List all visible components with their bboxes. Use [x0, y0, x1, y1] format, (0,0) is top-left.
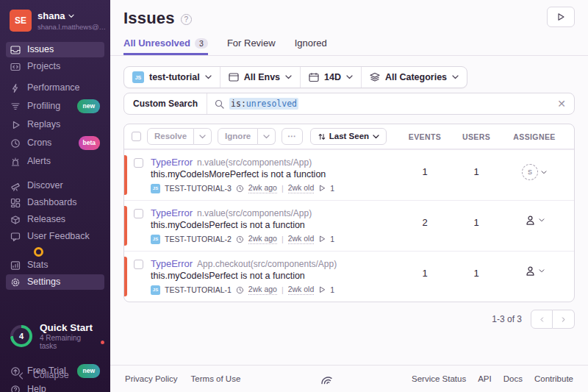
issue-short-id: TEST-TUTORIAL-1 — [165, 285, 232, 294]
sidebar-item-projects[interactable]: Projects — [6, 59, 104, 74]
replay-count: 1 — [330, 184, 334, 193]
projects-icon — [10, 62, 21, 72]
sidebar-item-dashboards[interactable]: Dashboards — [6, 195, 104, 210]
sidebar-item-stats[interactable]: Stats — [6, 257, 104, 273]
first-seen-age[interactable]: 2wk old — [288, 234, 315, 244]
javascript-platform-icon: JS — [151, 235, 160, 244]
sidebar-item-issues[interactable]: Issues — [6, 42, 104, 57]
last-seen-age[interactable]: 2wk ago — [248, 234, 277, 244]
page-title: Issues — [123, 9, 175, 28]
footer-link-contribute[interactable]: Contribute — [534, 374, 573, 383]
issue-row[interactable]: TypeErrorApp.checkout(src/components/App… — [124, 251, 574, 302]
pagination-prev-button[interactable] — [531, 310, 553, 329]
tab-for-review[interactable]: For Review — [227, 38, 276, 55]
footer-link-service-status[interactable]: Service Status — [412, 374, 466, 383]
search-icon — [215, 99, 224, 109]
more-actions-button[interactable]: ⋯ — [282, 128, 303, 145]
sidebar-item-profiling[interactable]: Profiling new — [6, 97, 104, 115]
chevron-down-icon — [539, 269, 545, 273]
chevron-down-icon — [68, 14, 74, 18]
sidebar-item-label: Issues — [27, 44, 54, 55]
issue-title-link[interactable]: TypeError — [151, 157, 193, 168]
issue-title-link[interactable]: TypeError — [151, 207, 193, 218]
ignore-button[interactable]: Ignore — [218, 128, 258, 145]
gear-icon — [10, 277, 21, 288]
telescope-icon — [10, 181, 21, 191]
last-seen-age[interactable]: 2wk ago — [248, 183, 277, 193]
person-icon — [525, 215, 536, 226]
sidebar-item-releases[interactable]: Releases — [6, 212, 104, 227]
replay-play-icon — [318, 235, 326, 243]
assignee-dropdown[interactable] — [502, 258, 567, 277]
sidebar-collapse-button[interactable]: Collapse — [12, 368, 98, 383]
person-icon — [525, 266, 536, 277]
last-seen-age[interactable]: 2wk ago — [248, 285, 277, 295]
sidebar-item-performance[interactable]: Performance — [6, 80, 104, 96]
assignee-dropdown[interactable] — [502, 207, 567, 226]
sidebar-item-label: Replays — [27, 119, 60, 130]
issue-row[interactable]: TypeErrorn.value(src/components/App) thi… — [124, 149, 574, 200]
search-query-token[interactable]: is:unresolved — [229, 98, 298, 110]
quick-start-label: Quick Start — [40, 322, 104, 333]
sidebar-item-alerts[interactable]: Alerts — [6, 154, 104, 169]
meta-divider: | — [282, 184, 284, 193]
org-switcher[interactable]: SE shana shana.l.matthews@… — [0, 0, 110, 32]
error-level-bar — [124, 257, 127, 296]
user-email: shana.l.matthews@… — [37, 23, 106, 31]
pagination-next-button[interactable] — [553, 310, 575, 329]
clear-search-icon[interactable]: ✕ — [557, 99, 566, 109]
tab-all-unresolved[interactable]: All Unresolved 3 — [123, 38, 208, 55]
issue-short-id: TEST-TUTORIAL-2 — [165, 235, 232, 243]
footer-link-api[interactable]: API — [478, 374, 492, 383]
issue-title-link[interactable]: TypeError — [151, 258, 193, 269]
search-token-value: unresolved — [246, 99, 297, 109]
sidebar-item-user-feedback[interactable]: User Feedback — [6, 229, 104, 244]
tab-count-badge: 3 — [195, 38, 208, 49]
issue-tabs: All Unresolved 3 For Review Ignored — [123, 38, 575, 55]
sidebar-item-crons[interactable]: Crons beta — [6, 134, 104, 152]
sidebar-item-label: Alerts — [27, 156, 51, 167]
lightning-icon — [10, 83, 21, 93]
sidebar-item-label: Discover — [27, 180, 63, 191]
first-seen-age[interactable]: 2wk old — [288, 183, 315, 193]
category-filter[interactable]: All Categories — [361, 67, 467, 88]
sidebar-item-label: Dashboards — [27, 197, 76, 208]
project-filter[interactable]: JS test-tutorial — [124, 67, 220, 88]
date-range-filter[interactable]: 14D — [300, 67, 361, 88]
users-count: 1 — [451, 258, 502, 279]
issue-culprit: n.value(src/components/App) — [197, 157, 312, 168]
sort-dropdown-button[interactable]: Last Seen — [310, 128, 387, 145]
error-level-bar — [124, 155, 127, 195]
footer-link-privacy[interactable]: Privacy Policy — [125, 374, 178, 383]
clock-icon — [236, 286, 244, 294]
issue-row[interactable]: TypeErrorn.value(src/components/App) thi… — [124, 200, 574, 251]
environment-filter[interactable]: All Envs — [220, 67, 300, 88]
replay-tour-button[interactable] — [547, 7, 575, 27]
events-count: 2 — [399, 207, 451, 228]
replay-play-icon — [318, 286, 326, 293]
row-checkbox[interactable] — [134, 209, 143, 218]
issues-icon — [10, 45, 21, 55]
sidebar-item-discover[interactable]: Discover — [6, 178, 104, 193]
sidebar-item-replays[interactable]: Replays — [6, 117, 104, 132]
tab-ignored[interactable]: Ignored — [295, 38, 327, 55]
ignore-dropdown-button[interactable] — [258, 128, 276, 145]
quick-start-panel[interactable]: 4 Quick Start 4 Remaining tasks — [0, 322, 110, 350]
saved-search-button[interactable]: Custom Search — [124, 93, 207, 114]
select-all-checkbox[interactable] — [132, 132, 141, 141]
row-checkbox[interactable] — [134, 260, 143, 269]
assignee-dropdown[interactable]: S — [502, 157, 567, 180]
resolve-button[interactable]: Resolve — [147, 128, 194, 145]
sidebar-item-label: Performance — [27, 82, 80, 93]
notification-dot — [101, 341, 104, 344]
first-seen-age[interactable]: 2wk old — [288, 285, 315, 295]
suggested-assignee-avatar: S — [522, 164, 538, 180]
sidebar-item-settings[interactable]: Settings — [6, 274, 104, 290]
tab-label: Ignored — [295, 38, 327, 49]
row-checkbox[interactable] — [134, 158, 143, 168]
footer-link-docs[interactable]: Docs — [503, 374, 523, 383]
footer-link-terms[interactable]: Terms of Use — [191, 374, 241, 383]
page-help-icon[interactable]: ? — [181, 14, 192, 25]
resolve-dropdown-button[interactable] — [194, 128, 212, 145]
javascript-platform-icon: JS — [151, 285, 160, 295]
